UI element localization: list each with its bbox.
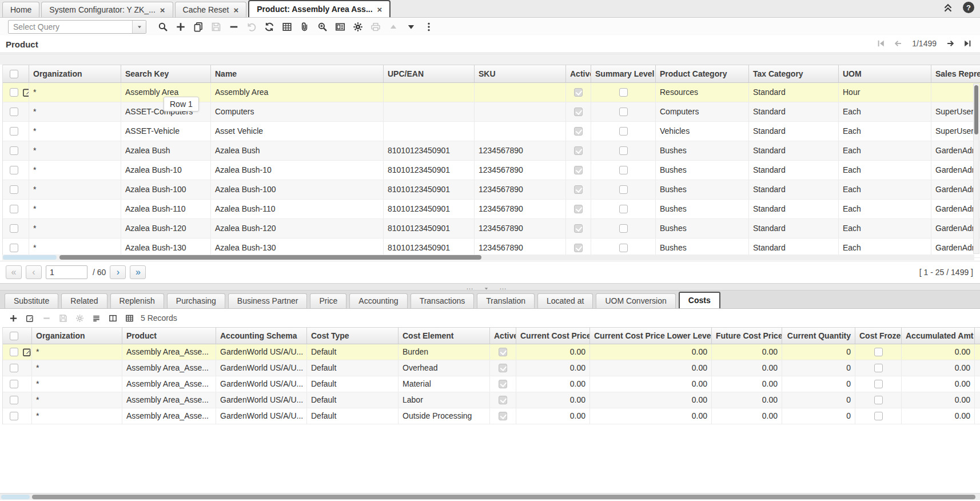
- table-row[interactable]: *Assembly Area_Asse...GardenWorld US/A/U…: [3, 376, 980, 392]
- zoom-across-icon[interactable]: [316, 21, 329, 33]
- find-icon[interactable]: [157, 21, 169, 33]
- row-select-checkbox[interactable]: [10, 146, 18, 155]
- table-row[interactable]: *ASSET-ComputersComputersComputersStanda…: [3, 102, 980, 122]
- window-tab-product-assembly-area-ass[interactable]: Product: Assembly Area Ass...×: [248, 0, 391, 17]
- column-header[interactable]: Product: [122, 328, 216, 344]
- row-select-checkbox[interactable]: [10, 380, 18, 388]
- detail-tab-accounting[interactable]: Accounting: [349, 293, 407, 308]
- more-options-icon[interactable]: [423, 21, 435, 33]
- close-tab-icon[interactable]: ×: [234, 6, 239, 14]
- refresh-icon[interactable]: [263, 21, 276, 33]
- close-tab-icon[interactable]: ×: [160, 6, 165, 14]
- column-header[interactable]: Summary Level: [591, 65, 656, 82]
- detail-tab-business-partner[interactable]: Business Partner: [228, 293, 308, 308]
- new-record-icon[interactable]: [7, 312, 19, 324]
- column-header[interactable]: Product Category: [656, 65, 749, 82]
- page-scrollbar-thumb[interactable]: [32, 495, 975, 499]
- next-record-button[interactable]: [945, 38, 956, 49]
- edit-record-icon[interactable]: [22, 347, 32, 357]
- expand-down-icon[interactable]: [405, 21, 417, 33]
- row-select-checkbox[interactable]: [10, 205, 18, 213]
- row-select-checkbox[interactable]: [10, 396, 18, 404]
- row-select-checkbox[interactable]: [10, 88, 18, 97]
- select-all-checkbox[interactable]: [10, 70, 18, 78]
- column-header[interactable]: Search Key: [121, 65, 211, 82]
- splitter-grip-icon[interactable]: …: [499, 283, 507, 291]
- table-row[interactable]: *Assembly Area_Asse...GardenWorld US/A/U…: [3, 408, 980, 424]
- column-header[interactable]: Organization: [29, 65, 121, 82]
- copy-record-icon[interactable]: [192, 21, 205, 33]
- column-header[interactable]: UOM: [839, 65, 931, 82]
- detail-tab-replenish[interactable]: Replenish: [110, 293, 164, 308]
- table-row[interactable]: *Assembly Area_Asse...GardenWorld US/A/U…: [3, 360, 980, 376]
- column-header[interactable]: UPC/EAN: [384, 65, 475, 82]
- table-row[interactable]: *Assembly Area_Asse...GardenWorld US/A/U…: [3, 392, 980, 408]
- detail-tab-uom-conversion[interactable]: UOM Conversion: [596, 293, 675, 308]
- toggle-list-icon[interactable]: [90, 312, 102, 324]
- pager-next-button[interactable]: ›: [110, 265, 126, 279]
- last-record-button[interactable]: [962, 38, 973, 49]
- column-header[interactable]: Cost Type: [307, 328, 399, 344]
- table-row[interactable]: *ASSET-VehicleAsset VehicleVehiclesStand…: [3, 122, 980, 141]
- detail-tab-located-at[interactable]: Located at: [537, 293, 593, 308]
- detail-tab-translation[interactable]: Translation: [477, 293, 535, 308]
- new-record-icon[interactable]: [174, 21, 187, 33]
- pager-last-button[interactable]: »: [130, 265, 146, 279]
- table-row[interactable]: *Azalea Bush-110Azalea Bush-110810101234…: [3, 200, 980, 219]
- column-header[interactable]: Tax Category: [749, 65, 839, 82]
- row-select-checkbox[interactable]: [10, 348, 18, 356]
- column-header[interactable]: Future Cost Price: [712, 328, 782, 344]
- table-row[interactable]: *Azalea Bush-10Azalea Bush-1081010123450…: [3, 161, 980, 180]
- panel-splitter[interactable]: … …: [0, 283, 980, 291]
- table-row[interactable]: *Azalea Bush-120Azalea Bush-120810101234…: [3, 219, 980, 238]
- horizontal-scrollbar-thumb[interactable]: [59, 255, 481, 260]
- edit-record-icon[interactable]: [24, 312, 35, 324]
- column-header[interactable]: SKU: [475, 65, 566, 82]
- column-header[interactable]: Organization: [32, 328, 122, 344]
- column-header[interactable]: Name: [211, 65, 384, 82]
- detail-tab-substitute[interactable]: Substitute: [5, 293, 58, 308]
- close-tab-icon[interactable]: ×: [377, 5, 383, 14]
- detail-tab-purchasing[interactable]: Purchasing: [167, 293, 225, 308]
- select-all-checkbox[interactable]: [10, 332, 18, 340]
- select-query-dropdown-button[interactable]: [132, 21, 146, 33]
- column-header[interactable]: Active: [566, 65, 591, 82]
- table-row[interactable]: *Assembly Area_Asse...GardenWorld US/A/U…: [3, 344, 980, 360]
- column-header[interactable]: Active: [490, 328, 516, 344]
- attachment-icon[interactable]: [298, 21, 311, 33]
- collapse-all-icon[interactable]: [942, 2, 954, 13]
- detail-tab-transactions[interactable]: Transactions: [411, 293, 475, 308]
- window-tab-system-configurator-y-zk[interactable]: System Configurator: Y ZK_...×: [41, 2, 173, 17]
- row-select-checkbox[interactable]: [10, 364, 18, 372]
- column-header[interactable]: Sales Repres: [931, 65, 980, 82]
- window-tab-home[interactable]: Home: [2, 2, 39, 17]
- column-header[interactable]: Current Quantity: [782, 328, 855, 344]
- select-query-combo[interactable]: Select Query: [8, 20, 146, 34]
- row-select-checkbox[interactable]: [10, 166, 18, 174]
- detail-tab-price[interactable]: Price: [310, 293, 346, 308]
- column-header[interactable]: Current Cost Price: [516, 328, 590, 344]
- detail-tab-costs[interactable]: Costs: [679, 292, 720, 308]
- grid-toggle-icon[interactable]: [124, 312, 135, 324]
- column-header[interactable]: Cost Element: [399, 328, 490, 344]
- table-row[interactable]: *Azalea Bush-100Azalea Bush-100810101234…: [3, 180, 980, 200]
- delete-record-icon[interactable]: [228, 21, 240, 33]
- column-header[interactable]: Cost Frozen: [855, 328, 902, 344]
- detail-tab-related[interactable]: Related: [61, 293, 107, 308]
- table-row[interactable]: *Assembly AreaAssembly AreaResourcesStan…: [3, 83, 980, 102]
- window-tab-cache-reset[interactable]: Cache Reset×: [175, 2, 247, 17]
- report-icon[interactable]: [334, 21, 346, 33]
- splitter-grip-icon[interactable]: …: [466, 283, 474, 291]
- table-row[interactable]: *Azalea BushAzalea Bush81010123450901123…: [3, 141, 980, 161]
- column-header[interactable]: Current Cost Price Lower Level: [590, 328, 712, 344]
- row-select-checkbox[interactable]: [10, 244, 18, 252]
- row-select-checkbox[interactable]: [10, 127, 18, 136]
- pager-page-input[interactable]: [46, 265, 87, 279]
- row-select-checkbox[interactable]: [10, 185, 18, 194]
- row-select-checkbox[interactable]: [10, 412, 18, 420]
- settings-icon[interactable]: [352, 21, 364, 33]
- grid-toggle-icon[interactable]: [281, 21, 293, 33]
- help-icon[interactable]: ?: [963, 2, 974, 13]
- edit-record-icon[interactable]: [22, 88, 29, 97]
- row-select-checkbox[interactable]: [10, 108, 18, 116]
